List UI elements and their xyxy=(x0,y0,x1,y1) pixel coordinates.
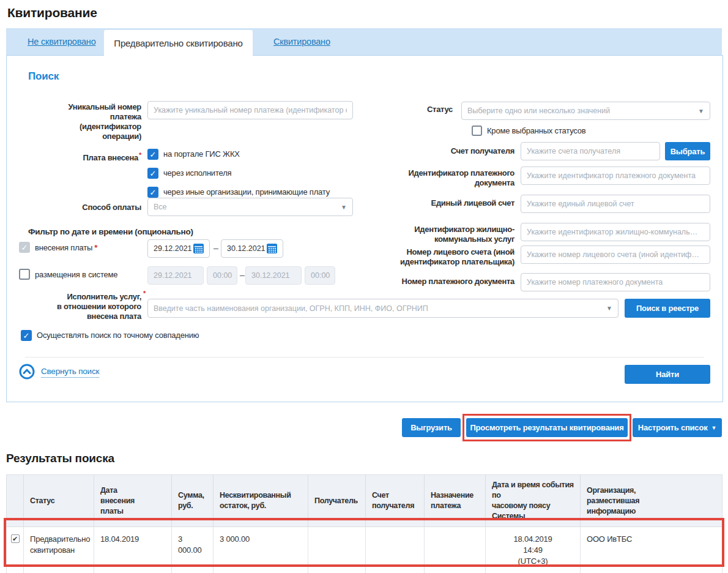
cell-event-datetime: 18.04.2019 14:49 (UTC+3) xyxy=(486,527,581,573)
payer-account-input[interactable] xyxy=(521,245,710,264)
header-checkbox-cell xyxy=(7,475,24,527)
payment-doc-id-input[interactable] xyxy=(521,167,710,185)
system-time-to-value: 00:00 xyxy=(311,271,330,280)
column-recipient: Получатель xyxy=(308,475,366,527)
payment-method-label: Способ оплаты xyxy=(25,203,141,212)
chevron-down-icon: ▼ xyxy=(606,305,612,312)
payment-date-to-input[interactable]: 30.12.2021 xyxy=(221,239,283,258)
results-table: Статус Дата внесения платы Сумма, руб. Н… xyxy=(6,474,722,573)
payment-doc-id-label: Идентификатор платежного документа xyxy=(398,168,514,188)
single-account-label: Единый лицевой счет xyxy=(398,198,514,208)
configure-list-label: Настроить список xyxy=(638,423,708,432)
table-row: Предварительно сквитирован 18.04.2019 3 … xyxy=(7,527,722,573)
executor-combobox[interactable]: Введите часть наименования организации, … xyxy=(147,299,618,318)
checkbox-portal-gis[interactable] xyxy=(147,149,158,160)
payment-doc-number-input[interactable] xyxy=(521,273,710,291)
exact-match-row: Осуществлять поиск по точному совпадению xyxy=(21,330,199,341)
page-title: Квитирование xyxy=(7,6,97,20)
recipient-account-label: Счет получателя xyxy=(398,146,514,156)
checkbox-row-executor: через исполнителя xyxy=(147,168,231,179)
checkbox-payment-date xyxy=(19,242,30,253)
tab-acknowledged[interactable]: Сквитировано xyxy=(273,28,330,55)
checkbox-via-executor-label: через исполнителя xyxy=(163,168,231,179)
exact-match-label: Осуществлять поиск по точному совпадению xyxy=(37,330,199,341)
row-checkbox-cell xyxy=(7,527,24,573)
checkbox-other-orgs[interactable] xyxy=(147,187,158,198)
column-payment-date: Дата внесения платы xyxy=(94,475,172,527)
chevron-down-icon: ▼ xyxy=(341,204,347,211)
tab-not-acknowledged[interactable]: Не сквитировано xyxy=(28,28,96,55)
payment-date-label-text: внесения платы xyxy=(35,243,92,252)
cell-recipient xyxy=(308,527,366,573)
calendar-icon[interactable] xyxy=(193,244,204,253)
except-statuses-label: Кроме выбранных статусов xyxy=(487,125,585,137)
cell-status: Предварительно сквитирован xyxy=(24,527,94,573)
system-time-to-input: 00:00 xyxy=(305,266,335,285)
cell-recipient-account xyxy=(366,527,425,573)
payment-date-to-value: 30.12.2021 xyxy=(227,244,266,253)
divider xyxy=(25,357,704,358)
executor-placeholder: Введите часть наименования организации, … xyxy=(154,304,428,313)
payment-date-label: внесения платы* xyxy=(35,243,97,252)
configure-list-button[interactable]: Настроить список ▼ xyxy=(633,418,722,437)
date-range-dash: – xyxy=(240,270,245,280)
payment-method-select[interactable]: Все ▼ xyxy=(147,198,353,216)
column-organization: Организация, разместившая информацию xyxy=(581,475,722,527)
system-date-to-input: 30.12.2021 xyxy=(245,266,302,285)
column-event-datetime: Дата и время события по часовому поясу С… xyxy=(486,475,581,527)
column-unacknowledged-rest: Несквитированный остаток, руб. xyxy=(214,475,308,527)
cell-organization: ООО ИвТБС xyxy=(581,527,722,573)
export-button[interactable]: Выгрузить xyxy=(402,418,461,437)
view-acknowledgment-results-button[interactable]: Просмотреть результаты квитирования xyxy=(466,418,628,437)
checkbox-system-date[interactable] xyxy=(19,269,30,280)
system-date-to-value: 30.12.2021 xyxy=(251,271,290,280)
find-button[interactable]: Найти xyxy=(625,365,710,384)
checkbox-exact-match[interactable] xyxy=(21,330,32,341)
tab-preliminary-acknowledged[interactable]: Предварительно сквитировано xyxy=(104,30,253,56)
choose-account-button[interactable]: Выбрать xyxy=(665,142,710,160)
payment-made-label: Плата внесена* xyxy=(25,150,141,163)
collapse-circle-chevron-up-icon[interactable] xyxy=(19,364,35,380)
single-account-input[interactable] xyxy=(521,195,710,213)
executor-label: Исполнитель услуг, в отношении которого … xyxy=(25,292,141,321)
cell-unacknowledged-rest: 3 000.00 xyxy=(214,527,308,573)
registry-search-button[interactable]: Поиск в реестре xyxy=(625,299,710,318)
status-label: Статус xyxy=(336,105,453,114)
status-except-row: Кроме выбранных статусов xyxy=(472,125,585,137)
housing-services-id-label: Идентификатор жилищно- коммунальных услу… xyxy=(398,225,514,244)
recipient-account-input[interactable] xyxy=(521,142,660,160)
date-range-dash: – xyxy=(214,243,218,253)
required-asterisk: * xyxy=(139,151,141,159)
status-placeholder: Выберите одно или несколько значений xyxy=(467,107,610,115)
column-status: Статус xyxy=(24,475,94,527)
checkbox-row-portal: на портале ГИС ЖКХ xyxy=(147,149,240,160)
system-time-from-value: 00:00 xyxy=(213,271,232,280)
cell-purpose xyxy=(425,527,486,573)
search-panel: Поиск Уникальный номер платежа (идентифи… xyxy=(6,55,723,402)
payment-method-value: Все xyxy=(154,203,167,211)
search-heading: Поиск xyxy=(28,70,59,83)
payment-made-label-text: Плата внесена xyxy=(83,153,138,162)
checkbox-row-other-orgs: через иные организации, принимающие плат… xyxy=(147,187,330,198)
chevron-down-icon: ▼ xyxy=(698,108,704,114)
date-filter-heading: Фильтр по дате и времени (опционально) xyxy=(28,227,193,236)
checkbox-via-executor[interactable] xyxy=(147,168,158,179)
row-checkbox[interactable] xyxy=(11,534,20,543)
checkbox-except-statuses[interactable] xyxy=(472,125,482,136)
system-date-from-value: 29.12.2021 xyxy=(154,271,192,280)
payer-account-label: Номер лицевого счета (иной идентификатор… xyxy=(398,247,514,267)
calendar-icon[interactable] xyxy=(267,244,277,253)
collapse-search-link[interactable]: Свернуть поиск xyxy=(41,367,99,378)
unique-number-label: Уникальный номер платежа (идентификатор … xyxy=(25,102,141,141)
required-asterisk: * xyxy=(143,290,146,297)
checkbox-other-orgs-label: через иные организации, принимающие плат… xyxy=(163,187,330,198)
column-sum: Сумма, руб. xyxy=(172,475,214,527)
system-time-from-input: 00:00 xyxy=(207,266,237,285)
unique-number-input[interactable] xyxy=(147,101,353,119)
payment-date-from-input[interactable]: 29.12.2021 xyxy=(147,239,210,258)
housing-services-id-input[interactable] xyxy=(521,223,710,241)
status-select[interactable]: Выберите одно или несколько значений ▼ xyxy=(461,102,710,120)
system-date-label: размещения в системе xyxy=(35,270,117,279)
payment-date-from-value: 29.12.2021 xyxy=(154,244,192,253)
table-header-row: Статус Дата внесения платы Сумма, руб. Н… xyxy=(7,475,722,527)
